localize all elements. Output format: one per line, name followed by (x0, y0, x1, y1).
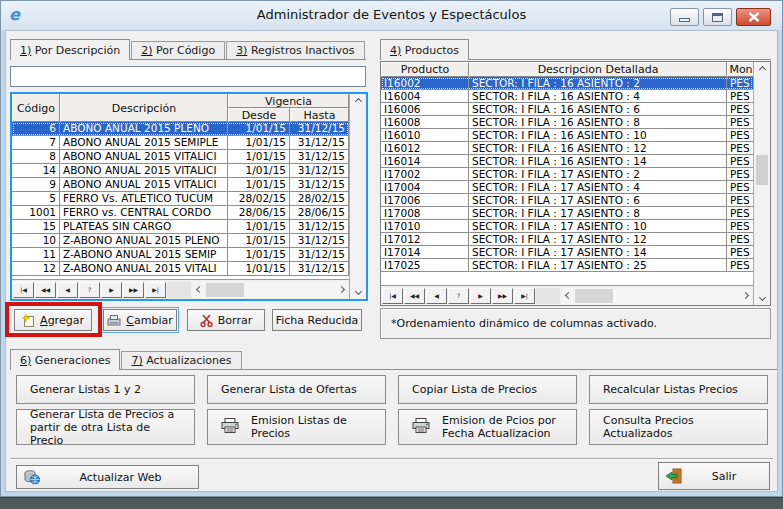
borrar-button[interactable]: Borrar (187, 309, 265, 331)
scroll-left-icon[interactable] (196, 286, 203, 293)
scroll-up-button[interactable] (350, 94, 366, 109)
product-row[interactable]: I17008SECTOR: I FILA : 17 ASIENTO : 8PES (381, 207, 753, 220)
salir-button[interactable]: Salir (658, 462, 770, 490)
nav-first-button[interactable]: |◀ (13, 282, 34, 298)
scrollbar-track[interactable] (754, 77, 770, 290)
ficha-reducida-button[interactable]: Ficha Reducida (272, 309, 362, 331)
description-search-input[interactable] (10, 66, 366, 87)
nav-next-page-button[interactable]: ▶▶ (123, 282, 144, 298)
scrollbar-thumb[interactable] (575, 289, 613, 303)
action-button-emision-de-pcios-por-fecha-actualizacion[interactable]: Emision de Pcios por Fecha Actualizacion (398, 409, 577, 445)
event-row[interactable]: 15PLATEAS SIN CARGO1/01/1531/12/15 (12, 220, 349, 234)
event-cell-desde: 1/01/15 (228, 248, 290, 262)
horizontal-scrollbar[interactable] (562, 288, 752, 304)
tab-por-descripcion[interactable]: 1) Por Descripción (10, 39, 130, 60)
event-row[interactable]: 10Z-ABONO ANUAL 2015 PLENO1/01/1531/12/1… (12, 234, 349, 248)
column-header-codigo[interactable]: Código (12, 94, 60, 122)
maximize-button[interactable] (703, 8, 732, 26)
borrar-label: Borrar (218, 314, 252, 327)
scroll-down-button[interactable] (754, 290, 770, 305)
action-button-label: Copiar Lista de Precios (412, 383, 537, 396)
product-row[interactable]: I17006SECTOR: I FILA : 17 ASIENTO : 6PES (381, 194, 753, 207)
nav-prior-page-button[interactable]: ◀◀ (35, 282, 56, 298)
tab-registros-inactivos[interactable]: 3) Registros Inactivos (226, 41, 364, 59)
close-button[interactable] (736, 8, 771, 26)
product-row[interactable]: I16006SECTOR: I FILA : 16 ASIENTO : 6PES (381, 103, 753, 116)
action-button-recalcular-listas-precios[interactable]: Recalcular Listas Precios (589, 375, 768, 404)
vertical-scrollbar[interactable] (753, 62, 770, 305)
action-button-generar-lista-de-ofertas[interactable]: Generar Lista de Ofertas (207, 375, 386, 404)
actualizar-web-button[interactable]: Actualizar Web (16, 465, 199, 489)
products-grid[interactable]: Producto Descripcion Detallada Mon I1600… (380, 61, 771, 306)
column-header-moneda[interactable]: Mon (727, 62, 753, 77)
scroll-right-icon[interactable] (338, 286, 345, 293)
nav-next-button[interactable]: ▶ (101, 282, 122, 298)
event-row[interactable]: 12Z-ABONO ANUAL 2015 VITALI1/01/1531/12/… (12, 262, 349, 276)
product-row[interactable]: I16004SECTOR: I FILA : 16 ASIENTO : 4PES (381, 90, 753, 103)
event-row[interactable]: 9ABONO ANUAL 2015 VITALICI1/01/1531/12/1… (12, 178, 349, 192)
column-header-vigencia[interactable]: Vigencia (228, 94, 349, 108)
action-button-generar-lista-de-precios-a-partir-de-otra-lista-de-precio[interactable]: Generar Lista de Precios a partir de otr… (16, 409, 195, 445)
product-row[interactable]: I16012SECTOR: I FILA : 16 ASIENTO : 12PE… (381, 142, 753, 155)
product-row[interactable]: I16008SECTOR: I FILA : 16 ASIENTO : 8PES (381, 116, 753, 129)
scroll-down-button[interactable] (350, 284, 366, 299)
event-cell-hasta: 31/12/15 (290, 248, 349, 262)
scroll-up-button[interactable] (754, 62, 770, 77)
column-header-producto[interactable]: Producto (381, 62, 469, 77)
column-header-desde[interactable]: Desde (228, 108, 290, 122)
nav-prior-page-button[interactable]: ◀◀ (404, 288, 425, 304)
action-button-copiar-lista-de-precios[interactable]: Copiar Lista de Precios (398, 375, 577, 404)
column-header-descripcion-detallada[interactable]: Descripcion Detallada (469, 62, 727, 77)
product-row[interactable]: I17002SECTOR: I FILA : 17 ASIENTO : 2PES (381, 168, 753, 181)
scroll-right-icon[interactable] (742, 292, 749, 299)
product-row[interactable]: I17014SECTOR: I FILA : 17 ASIENTO : 14PE… (381, 246, 753, 259)
scroll-left-icon[interactable] (565, 292, 572, 299)
tab-actualizaciones[interactable]: 7) Actualizaciones (121, 351, 241, 369)
event-row[interactable]: 6ABONO ANUAL 2015 PLENO1/01/1531/12/15 (12, 122, 349, 136)
scrollbar-thumb[interactable] (206, 283, 244, 297)
action-button-emision-listas-de-precios[interactable]: Emision Listas de Precios (207, 409, 386, 445)
product-row[interactable]: I17004SECTOR: I FILA : 17 ASIENTO : 4PES (381, 181, 753, 194)
scrollbar-thumb[interactable] (756, 155, 768, 185)
tab-generaciones[interactable]: 6) Generaciones (10, 349, 120, 370)
product-row[interactable]: I17025SECTOR: I FILA : 17 ASIENTO : 25PE… (381, 259, 753, 272)
tab-por-codigo[interactable]: 2) Por Código (131, 41, 225, 59)
vertical-scrollbar[interactable] (349, 94, 366, 299)
event-row[interactable]: 8ABONO ANUAL 2015 VITALICI1/01/1531/12/1… (12, 150, 349, 164)
nav-prior-button[interactable]: ◀ (57, 282, 78, 298)
agregar-button[interactable]: Agregar (14, 309, 92, 331)
product-row[interactable]: I16010SECTOR: I FILA : 16 ASIENTO : 10PE… (381, 129, 753, 142)
column-header-hasta[interactable]: Hasta (290, 108, 349, 122)
minimize-button[interactable] (670, 8, 699, 26)
nav-search-button[interactable]: ? (448, 288, 469, 304)
event-row[interactable]: 7ABONO ANUAL 2015 SEMIPLE1/01/1531/12/15 (12, 136, 349, 150)
column-header-descripcion[interactable]: Descripción (60, 94, 228, 122)
event-cell-descripcion: Z-ABONO ANUAL 2015 SEMIP (60, 248, 228, 262)
event-row[interactable]: 11Z-ABONO ANUAL 2015 SEMIP1/01/1531/12/1… (12, 248, 349, 262)
nav-first-button[interactable]: |◀ (382, 288, 403, 304)
cambiar-button[interactable]: Cambiar (103, 309, 177, 331)
product-row[interactable]: I17012SECTOR: I FILA : 17 ASIENTO : 12PE… (381, 233, 753, 246)
action-button-generar-listas-1-y-2[interactable]: Generar Listas 1 y 2 (16, 375, 195, 404)
nav-last-button[interactable]: ▶| (145, 282, 166, 298)
event-row[interactable]: 1001FERRO vs. CENTRAL CORDO28/06/1528/06… (12, 206, 349, 220)
event-row[interactable]: 14ABONO ANUAL 2015 VITALICI1/01/1531/12/… (12, 164, 349, 178)
horizontal-scrollbar[interactable] (193, 282, 348, 298)
scrollbar-track[interactable] (350, 109, 366, 284)
product-cell-moneda: PES (727, 259, 753, 272)
action-button-consulta-precios-actualizados[interactable]: Consulta Precios Actualizados (589, 409, 768, 445)
nav-next-page-button[interactable]: ▶▶ (492, 288, 513, 304)
nav-search-button[interactable]: ? (79, 282, 100, 298)
product-row[interactable]: I17010SECTOR: I FILA : 17 ASIENTO : 10PE… (381, 220, 753, 233)
nav-next-button[interactable]: ▶ (470, 288, 491, 304)
product-row[interactable]: I16002SECTOR: I FILA : 16 ASIENTO : 2PES (381, 77, 753, 90)
event-row[interactable]: 5FERRO Vs. ATLETICO TUCUM28/02/1528/02/1… (12, 192, 349, 206)
product-cell-descripcion: SECTOR: I FILA : 17 ASIENTO : 8 (469, 207, 727, 220)
title-bar[interactable]: e Administrador de Eventos y Espectáculo… (1, 1, 782, 30)
nav-last-button[interactable]: ▶| (514, 288, 535, 304)
events-grid[interactable]: Código Descripción Vigencia Desde Hasta … (10, 92, 368, 301)
tab-productos[interactable]: 4) Productos (380, 39, 469, 60)
nav-prior-button[interactable]: ◀ (426, 288, 447, 304)
product-row[interactable]: I16014SECTOR: I FILA : 16 ASIENTO : 14PE… (381, 155, 753, 168)
event-cell-codigo: 11 (12, 248, 60, 262)
